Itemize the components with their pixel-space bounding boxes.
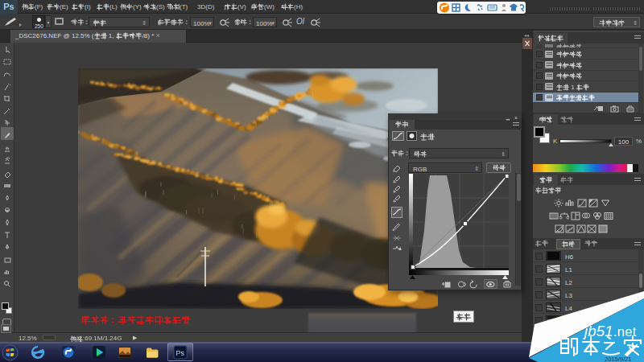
svg-text:Ps: Ps xyxy=(176,349,185,357)
